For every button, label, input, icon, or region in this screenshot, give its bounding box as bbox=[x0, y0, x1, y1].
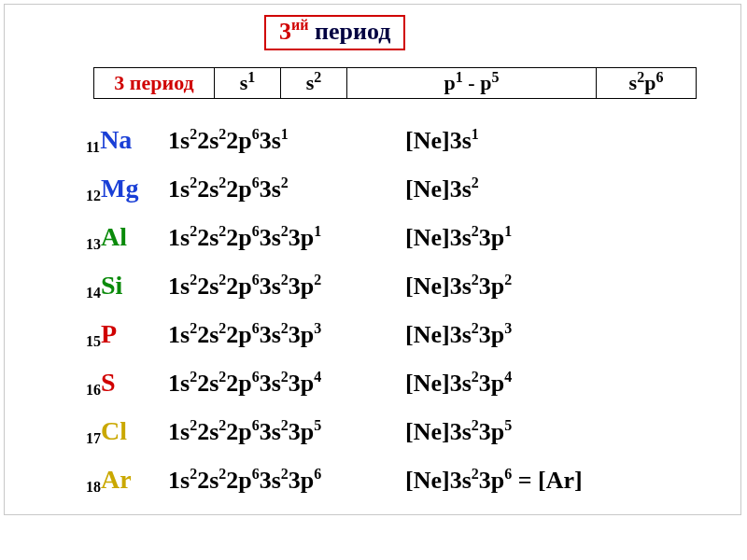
symbol-text: Si bbox=[101, 271, 122, 300]
cfg-sup: 2 bbox=[281, 417, 289, 433]
hdr-sp-bb: p bbox=[644, 71, 655, 94]
hdr-s2-sup: 2 bbox=[314, 69, 321, 85]
cfg-base: 3s bbox=[450, 273, 472, 300]
atomic-number: 13 bbox=[86, 236, 101, 252]
cfg-base: 3s bbox=[450, 418, 472, 445]
cfg-sup: 6 bbox=[252, 272, 260, 287]
hdr-p-lb: p bbox=[444, 71, 456, 94]
cfg-sup: 6 bbox=[252, 466, 260, 482]
cfg-sup: 2 bbox=[472, 417, 479, 433]
noble-prefix: [Ne] bbox=[405, 224, 450, 251]
cfg-base: 1s bbox=[168, 467, 190, 494]
cfg-sup: 4 bbox=[314, 369, 321, 385]
cfg-sup: 2 bbox=[314, 272, 321, 287]
element-symbol: 15P bbox=[86, 319, 168, 349]
cfg-sup: 3 bbox=[504, 320, 512, 336]
noble-prefix: [Ne] bbox=[405, 418, 450, 445]
cfg-sup: 2 bbox=[190, 223, 197, 239]
cfg-base: 3p bbox=[479, 321, 504, 348]
cfg-sup: 6 bbox=[314, 466, 321, 482]
cfg-base: 3p bbox=[479, 467, 504, 494]
cfg-base: 1s bbox=[168, 418, 190, 445]
short-configuration: [Ne]3s2 bbox=[405, 175, 479, 203]
hdr-p-rs: 5 bbox=[491, 69, 499, 85]
cfg-base: 2s bbox=[197, 127, 218, 154]
cfg-base: 3s bbox=[450, 370, 472, 397]
symbol-text: P bbox=[101, 319, 117, 348]
atomic-number: 17 bbox=[86, 430, 101, 446]
cfg-base: 1s bbox=[168, 127, 190, 154]
symbol-text: Al bbox=[101, 222, 127, 251]
cfg-sup: 2 bbox=[190, 126, 197, 142]
cfg-sup: 5 bbox=[504, 417, 512, 433]
cfg-base: 2s bbox=[197, 224, 218, 251]
cfg-base: 3s bbox=[450, 127, 472, 154]
full-configuration: 1s22s22p63s1 bbox=[168, 127, 405, 155]
header-table: 3 период s1 s2 p1 - p5 s2p6 bbox=[93, 67, 697, 99]
cfg-base: 3s bbox=[260, 370, 281, 397]
element-symbol: 11Na bbox=[86, 125, 168, 155]
cfg-base: 3s bbox=[450, 175, 472, 203]
cfg-base: 3s bbox=[260, 467, 281, 494]
symbol-text: Cl bbox=[101, 416, 127, 445]
cfg-sup: 1 bbox=[314, 223, 321, 239]
hdr-sp-as: 2 bbox=[637, 69, 644, 85]
cfg-base: 3p bbox=[289, 321, 314, 348]
cfg-base: 1s bbox=[168, 273, 190, 300]
cfg-base: 1s bbox=[168, 370, 190, 397]
element-symbol: 12Mg bbox=[86, 174, 168, 203]
cfg-sup: 2 bbox=[472, 369, 479, 385]
element-rows: 11Na1s22s22p63s1[Ne]3s112Mg1s22s22p63s2[… bbox=[86, 125, 665, 513]
atomic-number: 15 bbox=[86, 333, 101, 349]
cfg-base: 2p bbox=[226, 224, 251, 251]
atomic-number: 18 bbox=[86, 479, 101, 495]
cfg-sup: 2 bbox=[472, 272, 479, 287]
cfg-sup: 2 bbox=[281, 320, 289, 336]
hdr-s2-base: s bbox=[306, 71, 315, 94]
full-configuration: 1s22s22p63s23p1 bbox=[168, 224, 405, 252]
cfg-base: 2p bbox=[226, 273, 251, 300]
element-symbol: 17Cl bbox=[86, 416, 168, 446]
cfg-base: 3p bbox=[479, 418, 504, 445]
cfg-sup: 6 bbox=[252, 175, 260, 190]
element-row: 14Si1s22s22p63s23p2[Ne]3s23p2 bbox=[86, 271, 665, 319]
hdr-s1-base: s bbox=[240, 71, 248, 94]
cfg-base: 2s bbox=[197, 321, 218, 348]
hdr-p: p1 - p5 bbox=[347, 68, 597, 99]
cfg-sup: 2 bbox=[190, 320, 197, 336]
cfg-sup: 2 bbox=[190, 417, 197, 433]
cfg-base: 1s bbox=[168, 175, 190, 203]
hdr-period: 3 период bbox=[94, 68, 215, 99]
hdr-sp-bs: 6 bbox=[655, 69, 663, 85]
cfg-base: 3p bbox=[479, 273, 504, 300]
cfg-sup: 2 bbox=[472, 320, 479, 336]
cfg-base: 3s bbox=[260, 321, 281, 348]
noble-prefix: [Ne] bbox=[405, 321, 450, 348]
cfg-base: 3s bbox=[260, 224, 281, 251]
cfg-base: 3s bbox=[450, 467, 472, 494]
cfg-sup: 2 bbox=[190, 369, 197, 385]
cfg-base: 2s bbox=[197, 467, 218, 494]
cfg-base: 1s bbox=[168, 224, 190, 251]
hdr-s2: s2 bbox=[281, 68, 347, 99]
noble-prefix: [Ne] bbox=[405, 175, 450, 203]
element-row: 11Na1s22s22p63s1[Ne]3s1 bbox=[86, 125, 665, 174]
symbol-text: Na bbox=[100, 125, 132, 154]
element-row: 17Cl1s22s22p63s23p5[Ne]3s23p5 bbox=[86, 416, 665, 465]
noble-prefix: [Ne] bbox=[405, 127, 450, 154]
atomic-number: 16 bbox=[86, 382, 101, 398]
element-symbol: 16S bbox=[86, 368, 168, 398]
symbol-text: Mg bbox=[101, 174, 138, 203]
cfg-base: 2p bbox=[226, 467, 251, 494]
short-configuration: [Ne]3s23p3 bbox=[405, 321, 512, 349]
short-configuration: [Ne]3s1 bbox=[405, 127, 479, 155]
cfg-sup: 3 bbox=[314, 320, 321, 336]
element-symbol: 13Al bbox=[86, 222, 168, 252]
atomic-number: 12 bbox=[86, 188, 101, 203]
cfg-base: 2s bbox=[197, 273, 218, 300]
title-suffix: ий bbox=[291, 17, 308, 33]
noble-prefix: [Ne] bbox=[405, 370, 450, 397]
short-configuration: [Ne]3s23p6 = [Ar] bbox=[405, 467, 583, 495]
cfg-base: 2p bbox=[226, 418, 251, 445]
hdr-p-rb: p bbox=[480, 71, 491, 94]
